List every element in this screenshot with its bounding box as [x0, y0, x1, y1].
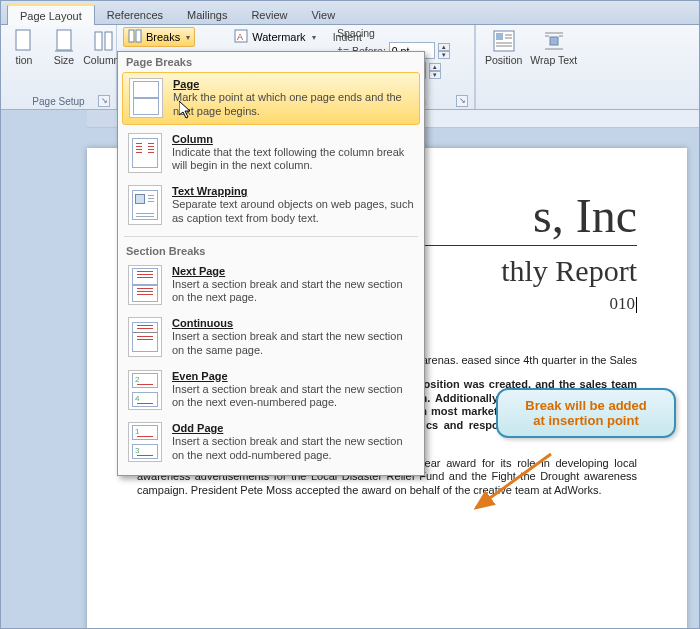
break-continuous-icon [128, 317, 162, 357]
spacing-before-spin[interactable]: ▴▾ [438, 43, 450, 59]
tab-review[interactable]: Review [239, 5, 299, 24]
watermark-label: Watermark [252, 31, 305, 43]
size-button[interactable]: Size [47, 27, 81, 68]
group-arrange: Position Wrap Text [476, 25, 699, 109]
tab-mailings[interactable]: Mailings [175, 5, 239, 24]
break-nextpage-icon [128, 265, 162, 305]
break-column-icon [128, 133, 162, 173]
breaks-dropdown: Page Breaks Page Mark the point at which… [117, 51, 425, 476]
group-label-arrange [482, 95, 693, 109]
break-page-icon [129, 78, 163, 118]
section-header-page-breaks: Page Breaks [118, 52, 424, 70]
breaks-button[interactable]: Breaks ▾ [123, 27, 195, 47]
break-continuous-title: Continuous [172, 317, 414, 329]
page-setup-launcher[interactable]: ↘ [98, 95, 110, 107]
position-button[interactable]: Position [482, 27, 525, 68]
break-nextpage-title: Next Page [172, 265, 414, 277]
break-oddpage-desc: Insert a section break and start the new… [172, 435, 414, 463]
break-column-desc: Indicate that the text following the col… [172, 146, 414, 174]
svg-rect-15 [550, 37, 558, 45]
svg-rect-0 [16, 30, 30, 50]
svg-rect-1 [57, 30, 71, 50]
break-option-odd-page[interactable]: 1 3 Odd Page Insert a section break and … [118, 416, 424, 469]
watermark-icon: A [234, 29, 248, 45]
chevron-down-icon: ▾ [312, 33, 316, 42]
break-column-title: Column [172, 133, 414, 145]
break-evenpage-title: Even Page [172, 370, 414, 382]
orientation-icon [12, 29, 36, 53]
break-textwrap-desc: Separate text around objects on web page… [172, 198, 414, 226]
break-option-continuous[interactable]: Continuous Insert a section break and st… [118, 311, 424, 364]
size-icon [52, 29, 76, 53]
tab-page-layout[interactable]: Page Layout [7, 4, 95, 25]
break-evenpage-icon: 2 4 [128, 370, 162, 410]
svg-rect-3 [95, 32, 102, 50]
breaks-icon [128, 29, 142, 45]
svg-rect-4 [105, 32, 112, 50]
break-page-title: Page [173, 78, 413, 90]
svg-text:A: A [237, 32, 243, 42]
tab-view[interactable]: View [299, 5, 347, 24]
annotation-arrow [466, 450, 556, 520]
svg-rect-10 [496, 33, 503, 40]
break-nextpage-desc: Insert a section break and start the new… [172, 278, 414, 306]
break-oddpage-icon: 1 3 [128, 422, 162, 462]
svg-rect-6 [136, 30, 141, 42]
position-label: Position [485, 55, 522, 66]
break-option-even-page[interactable]: 2 4 Even Page Insert a section break and… [118, 364, 424, 417]
break-option-page[interactable]: Page Mark the point at which one page en… [122, 72, 420, 125]
orientation-button[interactable]: tion [7, 27, 41, 68]
text-cursor [636, 297, 637, 313]
wrap-label: Wrap Text [530, 55, 577, 66]
size-label: Size [54, 55, 74, 66]
break-oddpage-title: Odd Page [172, 422, 414, 434]
wrap-icon [542, 29, 566, 53]
group-label-page-setup: Page Setup ↘ [7, 95, 110, 109]
chevron-down-icon: ▾ [186, 33, 190, 42]
wrap-text-button[interactable]: Wrap Text [527, 27, 580, 68]
spacing-header: Spacing [337, 27, 450, 39]
tab-references[interactable]: References [95, 5, 175, 24]
section-header-section-breaks: Section Breaks [118, 241, 424, 259]
break-option-text-wrapping[interactable]: Text Wrapping Separate text around objec… [118, 179, 424, 232]
orientation-label: tion [16, 55, 33, 66]
breaks-label: Breaks [146, 31, 180, 43]
spacing-after-spin[interactable]: ▴▾ [429, 63, 441, 79]
position-icon [492, 29, 516, 53]
group-page-setup: tion Size Columns Page Setup ↘ [1, 25, 117, 109]
callout-line1: Break will be added [508, 398, 664, 413]
svg-line-20 [476, 454, 551, 508]
annotation-callout: Break will be added at insertion point [496, 388, 676, 438]
dropdown-separator [124, 236, 418, 237]
break-page-desc: Mark the point at which one page ends an… [173, 91, 413, 119]
break-evenpage-desc: Insert a section break and start the new… [172, 383, 414, 411]
break-textwrap-icon [128, 185, 162, 225]
break-continuous-desc: Insert a section break and start the new… [172, 330, 414, 358]
break-option-next-page[interactable]: Next Page Insert a section break and sta… [118, 259, 424, 312]
ribbon-tabs: Page Layout References Mailings Review V… [1, 1, 699, 25]
break-option-column[interactable]: Column Indicate that the text following … [118, 127, 424, 180]
paragraph-launcher[interactable]: ↘ [456, 95, 468, 107]
columns-icon [92, 29, 116, 53]
columns-button[interactable]: Columns [87, 27, 121, 68]
break-textwrap-title: Text Wrapping [172, 185, 414, 197]
callout-line2: at insertion point [508, 413, 664, 428]
svg-rect-5 [129, 30, 134, 42]
watermark-button[interactable]: A Watermark ▾ [229, 27, 320, 47]
